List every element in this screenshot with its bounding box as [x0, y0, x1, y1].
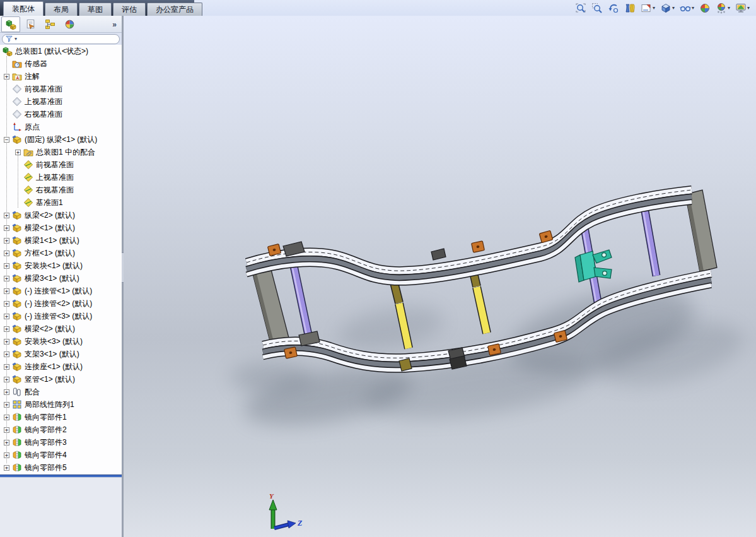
- headsup-button[interactable]: [698, 2, 712, 15]
- headsup-button[interactable]: [607, 2, 620, 15]
- tree-item[interactable]: 前视基准面: [0, 158, 122, 171]
- command-tab[interactable]: 布局: [45, 3, 78, 16]
- side-rail-top[interactable]: [247, 190, 692, 283]
- expand-toggle[interactable]: +: [4, 225, 9, 231]
- expand-toggle[interactable]: +: [4, 339, 9, 345]
- tree-item[interactable]: + 纵梁<2> (默认): [0, 209, 122, 221]
- tube-crossmember[interactable]: [642, 201, 657, 276]
- tree-item[interactable]: + (-) 连接管<3> (默认): [0, 310, 122, 322]
- expand-toggle[interactable]: +: [4, 301, 9, 307]
- expand-toggle[interactable]: +: [4, 452, 9, 458]
- expand-toggle[interactable]: +: [4, 263, 9, 269]
- tree-item[interactable]: + 竖管<1> (默认): [0, 373, 122, 386]
- tree-item[interactable]: 前视基准面: [0, 83, 122, 95]
- annotations-icon: [12, 71, 22, 81]
- command-tab[interactable]: 草图: [79, 3, 112, 16]
- mirror-icon: [12, 450, 22, 460]
- featuremanager-panel: » ▾ 总装图1 (默认<状态>) 传感器: [0, 16, 122, 537]
- expand-toggle[interactable]: −: [4, 137, 9, 143]
- expand-toggle[interactable]: +: [4, 351, 9, 357]
- expand-toggle[interactable]: +: [4, 389, 9, 395]
- dropdown-caret-icon[interactable]: ▾: [692, 6, 694, 11]
- tree-item[interactable]: + 配合: [0, 386, 122, 398]
- tree-item[interactable]: + 安装块<3> (默认): [0, 335, 122, 348]
- command-tab[interactable]: 办公室产品: [147, 3, 202, 16]
- dropdown-caret-icon[interactable]: ▾: [747, 6, 750, 11]
- expand-toggle[interactable]: +: [4, 465, 9, 471]
- command-tab[interactable]: 装配体: [3, 1, 44, 16]
- front-end-crossmember[interactable]: [251, 263, 289, 346]
- tree-item[interactable]: + 方框<1> (默认): [0, 247, 122, 259]
- manager-tab[interactable]: [21, 16, 40, 32]
- tree-item[interactable]: + 镜向零部件5: [0, 461, 122, 474]
- expand-toggle[interactable]: +: [4, 326, 9, 332]
- tree-item[interactable]: 总装图1 (默认<状态>): [0, 45, 122, 57]
- flat-bar-crossmember[interactable]: [473, 270, 487, 333]
- command-tab[interactable]: 评估: [113, 3, 146, 16]
- tree-item[interactable]: 右视基准面: [0, 108, 122, 121]
- tree-item[interactable]: + 局部线性阵列1: [0, 398, 122, 411]
- tree-item[interactable]: + 横梁3<1> (默认): [0, 272, 122, 285]
- tree-item[interactable]: + 镜向零部件3: [0, 436, 122, 449]
- tree-item[interactable]: + 安装块<1> (默认): [0, 259, 122, 272]
- clevis-bracket[interactable]: [575, 250, 612, 282]
- tree-item[interactable]: 右视基准面: [0, 184, 122, 196]
- tube-crossmember[interactable]: [291, 260, 311, 344]
- expand-toggle[interactable]: +: [4, 74, 9, 80]
- headsup-button[interactable]: ▾: [734, 2, 751, 15]
- headsup-button[interactable]: [623, 2, 637, 15]
- tree-item[interactable]: 基准面1: [0, 196, 122, 209]
- expand-toggle[interactable]: +: [4, 377, 9, 382]
- zoom-to-fit-icon: [575, 3, 586, 14]
- headsup-button[interactable]: ▾: [714, 2, 731, 15]
- dropdown-caret-icon[interactable]: ▾: [728, 6, 730, 11]
- tree-item[interactable]: + 镜向零部件2: [0, 423, 122, 436]
- manager-tab[interactable]: [40, 16, 59, 32]
- tree-item[interactable]: + 横梁<1> (默认): [0, 221, 122, 234]
- expand-toggle[interactable]: +: [4, 276, 9, 281]
- tree-item[interactable]: + 注解: [0, 70, 122, 83]
- expand-toggle[interactable]: +: [4, 238, 9, 244]
- dropdown-caret-icon[interactable]: ▾: [653, 6, 655, 11]
- headsup-button[interactable]: ▾: [678, 2, 695, 15]
- expand-toggle[interactable]: +: [4, 288, 9, 294]
- tree-item[interactable]: + 连接座<1> (默认): [0, 360, 122, 373]
- headsup-button[interactable]: ▾: [659, 2, 676, 15]
- tree-item[interactable]: + 横梁1<1> (默认): [0, 234, 122, 247]
- expand-toggle[interactable]: +: [4, 364, 9, 370]
- tree-item[interactable]: + 镜向零部件1: [0, 411, 122, 423]
- tree-item[interactable]: + 镜向零部件4: [0, 449, 122, 461]
- expand-toggle[interactable]: +: [4, 415, 9, 420]
- expand-toggle[interactable]: +: [4, 213, 9, 218]
- tree-item[interactable]: − (固定) 纵梁<1> (默认): [0, 133, 122, 146]
- mirror-icon: [12, 463, 22, 473]
- manager-tabs-overflow-chevron[interactable]: »: [112, 20, 117, 29]
- mirror-icon: [12, 425, 22, 435]
- expand-toggle[interactable]: +: [4, 314, 9, 319]
- dropdown-caret-icon[interactable]: ▾: [672, 6, 675, 11]
- tree-item[interactable]: + 总装图1 中的配合: [0, 146, 122, 158]
- expand-toggle[interactable]: +: [4, 427, 9, 433]
- tree-item[interactable]: + 横梁<2> (默认): [0, 322, 122, 335]
- tree-item[interactable]: 上视基准面: [0, 171, 122, 184]
- manager-tab[interactable]: [1, 16, 20, 32]
- headsup-button[interactable]: ▾: [639, 2, 656, 15]
- part-icon: [12, 210, 22, 220]
- tree-item[interactable]: + (-) 连接管<1> (默认): [0, 285, 122, 297]
- headsup-button[interactable]: [574, 2, 588, 15]
- tree-filter-input[interactable]: ▾: [2, 34, 120, 44]
- headsup-button[interactable]: [590, 2, 604, 15]
- expand-toggle[interactable]: +: [15, 150, 21, 155]
- expand-toggle[interactable]: +: [4, 251, 9, 256]
- model-view[interactable]: Y Z: [124, 16, 756, 537]
- expand-toggle[interactable]: +: [4, 440, 9, 446]
- filter-caret-icon[interactable]: ▾: [15, 36, 17, 42]
- manager-tab[interactable]: [60, 16, 79, 32]
- tree-item[interactable]: 原点: [0, 121, 122, 133]
- tree-item[interactable]: 上视基准面: [0, 95, 122, 108]
- tree-item[interactable]: + 支架3<1> (默认): [0, 348, 122, 360]
- graphics-area[interactable]: Y Z: [124, 16, 756, 537]
- tree-item[interactable]: 传感器: [0, 57, 122, 70]
- tree-item[interactable]: + (-) 连接管<2> (默认): [0, 297, 122, 310]
- expand-toggle[interactable]: +: [4, 402, 9, 408]
